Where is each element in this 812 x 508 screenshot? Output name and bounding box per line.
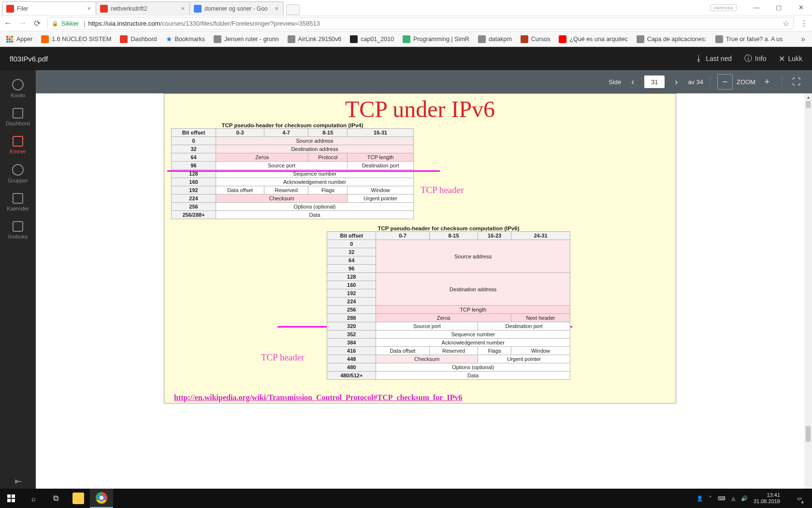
- tab-title: nettverksdrift2: [111, 5, 180, 12]
- bookmark-item[interactable]: Apper: [4, 34, 34, 44]
- toolbar-separator: [782, 75, 782, 88]
- ipv4-table: Bit offset0-34-78-1516-310Source address…: [171, 128, 414, 219]
- new-tab-button[interactable]: [286, 4, 300, 15]
- bookmark-item[interactable]: Jensen ruter - grunn: [212, 34, 281, 44]
- svg-rect-12: [12, 499, 15, 502]
- vertical-scrollbar[interactable]: ▴ ▾: [804, 93, 812, 493]
- file-explorer-app[interactable]: [67, 489, 90, 508]
- tab-title: domener og soner - Goo: [204, 5, 274, 12]
- bookmark-item[interactable]: datakpm: [476, 34, 514, 44]
- bookmark-item[interactable]: Cursos: [519, 34, 552, 44]
- task-view-button[interactable]: ⧉: [44, 489, 67, 508]
- rail-item-grupper[interactable]: Grupper: [0, 159, 36, 188]
- tab-favicon: [100, 5, 108, 13]
- zoom-in-button[interactable]: +: [759, 74, 775, 90]
- rail-item-innboks[interactable]: Innboks: [0, 216, 36, 244]
- zoom-out-button[interactable]: −: [717, 74, 733, 90]
- page-prev-button[interactable]: ‹: [625, 74, 640, 90]
- ipv4-caption: TCP pseudo-header for checksum computati…: [171, 122, 414, 128]
- svg-rect-11: [7, 499, 11, 502]
- viewer-canvas: KontoDashbordEmnerGrupperKalenderInnboks…: [0, 70, 812, 493]
- bookmark-item[interactable]: Dashbord: [118, 34, 159, 44]
- volume-icon[interactable]: 🔊: [741, 495, 748, 502]
- zoom-label: ZOOM: [737, 78, 755, 86]
- tab-close-icon[interactable]: ×: [86, 5, 92, 12]
- browser-menu-button[interactable]: ⋮: [799, 19, 808, 28]
- page-label: Side: [609, 78, 621, 86]
- page-next-button[interactable]: ›: [668, 74, 684, 90]
- browser-tab[interactable]: domener og soner - Goo ×: [189, 1, 284, 15]
- start-button[interactable]: [0, 489, 22, 508]
- svg-rect-10: [12, 494, 15, 498]
- tab-close-icon[interactable]: ×: [180, 5, 186, 12]
- info-button[interactable]: ⓘInfo: [744, 54, 766, 64]
- bookmark-item[interactable]: Programming | SimR: [401, 34, 471, 44]
- tray-chevron-icon[interactable]: ˄: [709, 495, 712, 502]
- action-center-button[interactable]: ▭ 4: [790, 489, 809, 508]
- browser-tab[interactable]: nettverksdrift2 ×: [96, 1, 190, 15]
- rail-item-kalender[interactable]: Kalender: [0, 188, 36, 216]
- maximize-button[interactable]: ▢: [768, 0, 790, 15]
- rail-icon: [12, 164, 24, 176]
- wifi-icon[interactable]: ◬: [731, 495, 735, 502]
- browser-tab[interactable]: Filer ×: [2, 1, 96, 15]
- tab-favicon: [194, 5, 202, 13]
- tab-title: Filer: [17, 5, 86, 12]
- minimize-button[interactable]: —: [745, 0, 768, 15]
- rail-item-dashbord[interactable]: Dashbord: [0, 103, 36, 131]
- bookmark-label: ¿Qué es una arquitec: [569, 36, 627, 43]
- reload-button[interactable]: ⟳: [33, 19, 42, 28]
- notification-count: 4: [799, 499, 805, 505]
- pdf-toolbar: Side ‹ › av 34 − ZOOM + ⛶: [36, 70, 812, 93]
- browser-tabs: Filer × nettverksdrift2 × domener og son…: [0, 0, 710, 15]
- bookmark-label: Bookmarks: [175, 36, 205, 43]
- wikipedia-source-link[interactable]: http://en.wikipedia.org/wiki/Transmissio…: [174, 393, 462, 402]
- window-controls: vanessa — ▢ ✕: [710, 0, 812, 15]
- windows-taskbar: ⌕ ⧉ 👤 ˄ ⌨ ◬ 🔊 13:41 31.08.2018 ▭ 4: [0, 489, 812, 508]
- people-icon[interactable]: 👤: [696, 495, 703, 502]
- bookmark-label: datakpm: [489, 36, 512, 43]
- bookmark-item[interactable]: ¿Qué es una arquitec: [557, 34, 629, 44]
- bookmark-item[interactable]: cap01_2010: [348, 34, 396, 44]
- rail-item-emner[interactable]: Emner: [0, 131, 36, 159]
- fullscreen-button[interactable]: ⛶: [789, 74, 804, 90]
- address-bar[interactable]: 🔒 Sikker | https://uia.instructure.com/c…: [47, 17, 794, 30]
- back-button[interactable]: ←: [4, 19, 13, 28]
- bookmark-label: Cursos: [531, 36, 551, 43]
- bookmark-item[interactable]: ★Bookmarks: [164, 34, 207, 45]
- keyboard-icon[interactable]: ⌨: [718, 495, 725, 502]
- rail-item-konto[interactable]: Konto: [0, 74, 36, 103]
- page-number-input[interactable]: [644, 75, 665, 88]
- bookmark-star-icon[interactable]: ☆: [783, 19, 789, 28]
- svg-rect-5: [11, 38, 13, 40]
- chrome-app[interactable]: [90, 489, 113, 508]
- bookmark-item[interactable]: True or false? a. A us: [713, 34, 785, 44]
- document-viewer-header: fl03IPv6.pdf ⭳Last ned ⓘInfo ✕Lukk: [0, 47, 812, 70]
- ipv6-caption: TCP pseudo-header for checksum computati…: [327, 225, 570, 231]
- close-label: Lukk: [788, 55, 802, 62]
- info-label: Info: [755, 55, 766, 62]
- tcp-header-label: TCP header: [420, 185, 464, 195]
- download-button[interactable]: ⭳Last ned: [695, 54, 732, 63]
- bookmark-item[interactable]: AirLink 29150v6: [286, 34, 344, 44]
- close-window-button[interactable]: ✕: [790, 0, 812, 15]
- bookmarks-overflow-button[interactable]: »: [798, 35, 808, 44]
- rail-label: Kalender: [7, 206, 29, 211]
- bookmark-label: 1.6 NÚCLEO SISTEM: [52, 36, 111, 43]
- svg-rect-9: [7, 494, 11, 498]
- bookmark-label: Jensen ruter - grunn: [224, 36, 279, 43]
- bookmark-label: Dashbord: [130, 36, 157, 43]
- rail-icon: [12, 79, 24, 90]
- bookmark-item[interactable]: Capa de aplicaciones:: [635, 34, 709, 44]
- clock[interactable]: 13:41 31.08.2018: [754, 492, 784, 505]
- page-viewport: TCP under IPv6 TCP header TCP pseudo-hea…: [36, 93, 804, 493]
- search-button[interactable]: ⌕: [22, 489, 44, 508]
- rail-label: Grupper: [8, 178, 28, 183]
- tab-close-icon[interactable]: ×: [274, 5, 279, 12]
- bookmark-item[interactable]: 1.6 NÚCLEO SISTEM: [39, 34, 113, 44]
- toolbar-separator: [710, 75, 710, 88]
- rail-label: Emner: [10, 149, 26, 154]
- svg-rect-2: [11, 36, 13, 38]
- forward-button[interactable]: →: [18, 19, 27, 28]
- close-viewer-button[interactable]: ✕Lukk: [779, 54, 802, 63]
